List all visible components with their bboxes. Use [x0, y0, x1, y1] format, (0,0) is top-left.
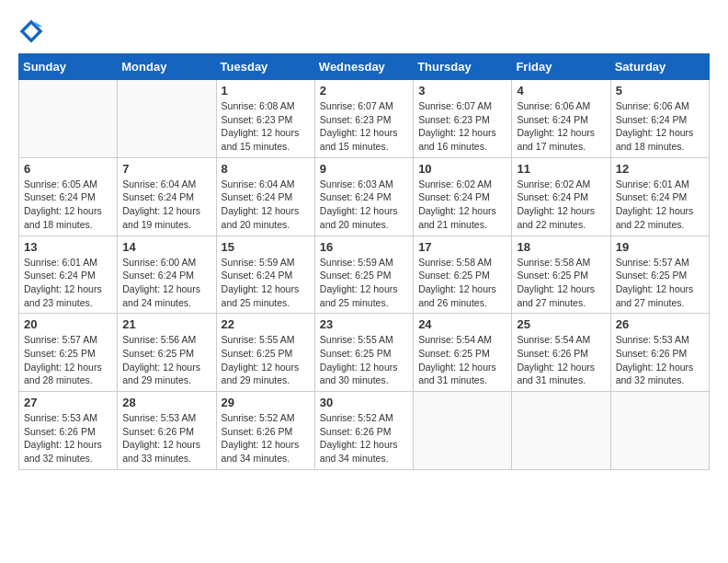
day-number: 27 [24, 396, 112, 409]
calendar-cell: 23Sunrise: 5:55 AM Sunset: 6:25 PM Dayli… [314, 314, 413, 392]
calendar-cell [19, 80, 118, 158]
calendar-cell: 26Sunrise: 5:53 AM Sunset: 6:26 PM Dayli… [610, 314, 709, 392]
day-number: 2 [320, 84, 408, 98]
calendar-cell: 13Sunrise: 6:01 AM Sunset: 6:24 PM Dayli… [19, 236, 118, 314]
page-header [18, 18, 710, 44]
day-number: 1 [222, 84, 310, 98]
day-number: 8 [222, 162, 310, 176]
day-info: Sunrise: 6:00 AM Sunset: 6:24 PM Dayligh… [122, 256, 210, 310]
calendar-table: SundayMondayTuesdayWednesdayThursdayFrid… [18, 53, 710, 470]
calendar-cell: 27Sunrise: 5:53 AM Sunset: 6:26 PM Dayli… [19, 392, 118, 470]
day-info: Sunrise: 6:02 AM Sunset: 6:24 PM Dayligh… [517, 178, 605, 232]
calendar-cell: 8Sunrise: 6:04 AM Sunset: 6:24 PM Daylig… [216, 157, 314, 236]
calendar-cell: 12Sunrise: 6:01 AM Sunset: 6:24 PM Dayli… [610, 157, 709, 236]
calendar-cell: 3Sunrise: 6:07 AM Sunset: 6:23 PM Daylig… [414, 80, 512, 158]
day-number: 9 [320, 162, 408, 176]
calendar-week-row: 27Sunrise: 5:53 AM Sunset: 6:26 PM Dayli… [19, 392, 710, 470]
calendar-cell: 5Sunrise: 6:06 AM Sunset: 6:24 PM Daylig… [610, 80, 709, 158]
calendar-cell: 15Sunrise: 5:59 AM Sunset: 6:24 PM Dayli… [216, 236, 314, 314]
day-info: Sunrise: 5:53 AM Sunset: 6:26 PM Dayligh… [616, 333, 704, 387]
day-info: Sunrise: 5:52 AM Sunset: 6:26 PM Dayligh… [222, 411, 310, 465]
day-number: 28 [122, 396, 210, 409]
day-number: 14 [122, 240, 210, 254]
day-number: 24 [418, 317, 506, 331]
calendar-cell: 30Sunrise: 5:52 AM Sunset: 6:26 PM Dayli… [314, 392, 413, 470]
day-info: Sunrise: 5:57 AM Sunset: 6:25 PM Dayligh… [616, 256, 704, 310]
day-info: Sunrise: 5:53 AM Sunset: 6:26 PM Dayligh… [24, 411, 112, 465]
day-info: Sunrise: 5:57 AM Sunset: 6:25 PM Dayligh… [24, 333, 112, 387]
day-info: Sunrise: 6:04 AM Sunset: 6:24 PM Dayligh… [222, 178, 310, 232]
calendar-cell: 1Sunrise: 6:08 AM Sunset: 6:23 PM Daylig… [216, 80, 314, 158]
day-info: Sunrise: 6:02 AM Sunset: 6:24 PM Dayligh… [418, 178, 506, 232]
calendar-cell: 25Sunrise: 5:54 AM Sunset: 6:26 PM Dayli… [512, 314, 610, 392]
day-number: 3 [418, 84, 506, 98]
calendar-cell: 28Sunrise: 5:53 AM Sunset: 6:26 PM Dayli… [118, 392, 216, 470]
day-info: Sunrise: 6:06 AM Sunset: 6:24 PM Dayligh… [616, 99, 704, 154]
day-info: Sunrise: 5:54 AM Sunset: 6:25 PM Dayligh… [418, 333, 506, 387]
day-of-week-header: Monday [118, 54, 216, 80]
calendar-cell: 11Sunrise: 6:02 AM Sunset: 6:24 PM Dayli… [512, 157, 610, 236]
calendar-week-row: 13Sunrise: 6:01 AM Sunset: 6:24 PM Dayli… [19, 236, 710, 314]
calendar-week-row: 1Sunrise: 6:08 AM Sunset: 6:23 PM Daylig… [19, 80, 710, 158]
day-number: 19 [616, 240, 704, 254]
calendar-cell: 10Sunrise: 6:02 AM Sunset: 6:24 PM Dayli… [414, 157, 512, 236]
day-number: 29 [222, 396, 310, 409]
day-number: 10 [418, 162, 506, 176]
day-info: Sunrise: 6:04 AM Sunset: 6:24 PM Dayligh… [122, 178, 210, 232]
day-info: Sunrise: 5:59 AM Sunset: 6:25 PM Dayligh… [320, 256, 408, 310]
day-info: Sunrise: 5:53 AM Sunset: 6:26 PM Dayligh… [122, 411, 210, 465]
calendar-cell: 7Sunrise: 6:04 AM Sunset: 6:24 PM Daylig… [118, 157, 216, 236]
calendar-cell [414, 392, 512, 470]
logo [18, 18, 48, 44]
logo-icon [18, 18, 44, 44]
calendar-week-row: 6Sunrise: 6:05 AM Sunset: 6:24 PM Daylig… [19, 157, 710, 236]
calendar-cell: 29Sunrise: 5:52 AM Sunset: 6:26 PM Dayli… [216, 392, 314, 470]
day-of-week-header: Friday [512, 54, 610, 80]
calendar-cell: 18Sunrise: 5:58 AM Sunset: 6:25 PM Dayli… [512, 236, 610, 314]
calendar-cell: 21Sunrise: 5:56 AM Sunset: 6:25 PM Dayli… [118, 314, 216, 392]
day-of-week-header: Wednesday [314, 54, 413, 80]
calendar-cell: 14Sunrise: 6:00 AM Sunset: 6:24 PM Dayli… [118, 236, 216, 314]
day-number: 21 [122, 317, 210, 331]
calendar-cell [118, 80, 216, 158]
day-number: 16 [320, 240, 408, 254]
day-info: Sunrise: 6:07 AM Sunset: 6:23 PM Dayligh… [418, 99, 506, 154]
calendar-cell: 22Sunrise: 5:55 AM Sunset: 6:25 PM Dayli… [216, 314, 314, 392]
calendar-cell: 6Sunrise: 6:05 AM Sunset: 6:24 PM Daylig… [19, 157, 118, 236]
day-number: 22 [222, 317, 310, 331]
day-info: Sunrise: 6:01 AM Sunset: 6:24 PM Dayligh… [24, 256, 112, 310]
day-number: 6 [24, 162, 112, 176]
day-number: 30 [320, 396, 408, 409]
day-of-week-header: Sunday [19, 54, 118, 80]
day-number: 15 [222, 240, 310, 254]
day-info: Sunrise: 6:07 AM Sunset: 6:23 PM Dayligh… [320, 99, 408, 154]
day-number: 18 [517, 240, 605, 254]
day-of-week-header: Saturday [610, 54, 709, 80]
day-number: 26 [616, 317, 704, 331]
calendar-week-row: 20Sunrise: 5:57 AM Sunset: 6:25 PM Dayli… [19, 314, 710, 392]
day-number: 5 [616, 84, 704, 98]
day-number: 4 [517, 84, 605, 98]
calendar-cell: 24Sunrise: 5:54 AM Sunset: 6:25 PM Dayli… [414, 314, 512, 392]
day-info: Sunrise: 5:56 AM Sunset: 6:25 PM Dayligh… [122, 333, 210, 387]
calendar-cell: 4Sunrise: 6:06 AM Sunset: 6:24 PM Daylig… [512, 80, 610, 158]
day-number: 25 [517, 317, 605, 331]
calendar-cell [610, 392, 709, 470]
day-info: Sunrise: 5:55 AM Sunset: 6:25 PM Dayligh… [320, 333, 408, 387]
day-info: Sunrise: 6:01 AM Sunset: 6:24 PM Dayligh… [616, 178, 704, 232]
day-number: 12 [616, 162, 704, 176]
calendar-cell: 2Sunrise: 6:07 AM Sunset: 6:23 PM Daylig… [314, 80, 413, 158]
day-info: Sunrise: 6:03 AM Sunset: 6:24 PM Dayligh… [320, 178, 408, 232]
day-info: Sunrise: 5:58 AM Sunset: 6:25 PM Dayligh… [418, 256, 506, 310]
day-info: Sunrise: 6:08 AM Sunset: 6:23 PM Dayligh… [222, 99, 310, 154]
day-of-week-header: Tuesday [216, 54, 314, 80]
day-of-week-header: Thursday [414, 54, 512, 80]
day-number: 7 [122, 162, 210, 176]
day-info: Sunrise: 5:58 AM Sunset: 6:25 PM Dayligh… [517, 256, 605, 310]
day-info: Sunrise: 6:06 AM Sunset: 6:24 PM Dayligh… [517, 99, 605, 154]
calendar-cell: 19Sunrise: 5:57 AM Sunset: 6:25 PM Dayli… [610, 236, 709, 314]
day-info: Sunrise: 5:52 AM Sunset: 6:26 PM Dayligh… [320, 411, 408, 465]
calendar-cell: 16Sunrise: 5:59 AM Sunset: 6:25 PM Dayli… [314, 236, 413, 314]
day-number: 23 [320, 317, 408, 331]
calendar-header-row: SundayMondayTuesdayWednesdayThursdayFrid… [19, 54, 710, 80]
